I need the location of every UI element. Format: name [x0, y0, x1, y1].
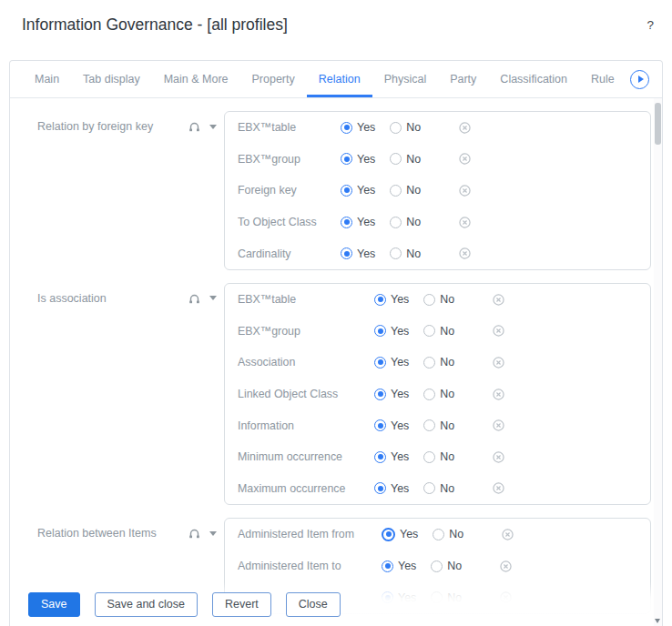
radio-no[interactable]	[423, 389, 435, 400]
clear-value-icon[interactable]	[459, 185, 471, 197]
radio-no[interactable]	[423, 294, 435, 306]
radio-yes[interactable]	[341, 153, 352, 165]
radio-yes[interactable]	[341, 247, 352, 259]
radio-no[interactable]	[423, 451, 435, 463]
radio-no[interactable]	[390, 185, 402, 197]
clear-value-icon[interactable]	[459, 217, 471, 228]
radio-option-no[interactable]: No	[433, 528, 463, 540]
radio-option-yes[interactable]: Yes	[374, 293, 409, 306]
radio-yes[interactable]	[374, 419, 386, 431]
scrollbar-thumb[interactable]	[655, 103, 661, 145]
radio-no-label: No	[449, 528, 463, 540]
radio-option-no[interactable]: No	[390, 184, 421, 197]
save-button[interactable]: Save	[28, 592, 80, 617]
clear-value-icon[interactable]	[502, 529, 514, 540]
radio-option-no[interactable]: No	[423, 325, 454, 338]
radio-no[interactable]	[390, 217, 402, 228]
scrollbar-down-arrow-icon[interactable]	[655, 619, 660, 623]
tab-rule[interactable]: Rule	[579, 61, 626, 97]
clear-value-icon[interactable]	[493, 357, 504, 369]
radio-yes[interactable]	[341, 122, 352, 134]
scrollbar[interactable]	[654, 98, 662, 626]
radio-option-yes[interactable]: Yes	[341, 153, 375, 166]
radio-option-yes[interactable]: Yes	[374, 388, 409, 400]
radio-option-no[interactable]: No	[423, 388, 454, 400]
radio-yes[interactable]	[382, 560, 393, 572]
form-section-is-association: Is associationEBX™tableYesNoEBX™groupYes…	[10, 283, 654, 505]
clear-value-icon[interactable]	[493, 294, 504, 306]
radio-option-no[interactable]: No	[423, 293, 454, 306]
clear-value-icon[interactable]	[459, 153, 471, 165]
radio-option-no[interactable]: No	[390, 153, 421, 166]
radio-yes[interactable]	[341, 185, 352, 197]
tab-main[interactable]: Main	[23, 61, 71, 97]
revert-button[interactable]: Revert	[212, 592, 271, 617]
section-label: Relation between Items	[37, 527, 188, 540]
radio-no-label: No	[406, 216, 421, 228]
radio-option-no[interactable]: No	[431, 560, 462, 572]
radio-yes[interactable]	[374, 451, 386, 463]
radio-yes[interactable]	[374, 325, 386, 337]
radio-no[interactable]	[431, 560, 443, 572]
radio-option-no[interactable]: No	[423, 450, 454, 463]
radio-yes[interactable]	[341, 217, 352, 228]
radio-no[interactable]	[390, 153, 402, 165]
save-and-close-button[interactable]: Save and close	[95, 592, 198, 617]
radio-yes-label: Yes	[357, 153, 375, 166]
tab-scroll-right-icon[interactable]	[630, 70, 649, 89]
radio-option-yes[interactable]: Yes	[374, 419, 409, 432]
tab-classification[interactable]: Classification	[488, 61, 579, 97]
tab-relation[interactable]: Relation	[307, 61, 372, 97]
section-header: Relation by foreign key	[37, 111, 224, 133]
radio-option-yes[interactable]: Yes	[382, 560, 416, 572]
tab-party[interactable]: Party	[438, 61, 488, 97]
radio-option-no[interactable]: No	[423, 356, 454, 369]
radio-yes[interactable]	[374, 294, 386, 306]
radio-no[interactable]	[390, 122, 402, 134]
clear-value-icon[interactable]	[459, 247, 471, 259]
radio-no[interactable]	[423, 482, 435, 494]
clear-value-icon[interactable]	[459, 122, 471, 134]
radio-option-yes[interactable]: Yes	[374, 450, 409, 463]
radio-option-yes[interactable]: Yes	[374, 356, 409, 369]
clear-value-icon[interactable]	[493, 389, 504, 400]
chevron-down-icon[interactable]	[209, 125, 217, 129]
radio-yes-label: Yes	[391, 450, 409, 463]
clear-value-icon[interactable]	[493, 419, 504, 431]
help-icon[interactable]: ?	[647, 18, 654, 32]
radio-option-yes[interactable]: Yes	[374, 482, 409, 495]
radio-option-yes[interactable]: Yes	[382, 528, 418, 541]
radio-option-no[interactable]: No	[423, 482, 454, 495]
radio-option-yes[interactable]: Yes	[341, 184, 375, 197]
radio-no[interactable]	[433, 529, 444, 540]
radio-yes[interactable]	[374, 389, 386, 400]
tab-physical[interactable]: Physical	[372, 61, 439, 97]
radio-option-no[interactable]: No	[390, 247, 421, 260]
radio-option-no[interactable]: No	[390, 121, 421, 134]
radio-no[interactable]	[423, 419, 435, 431]
radio-option-no[interactable]: No	[390, 216, 421, 228]
radio-yes[interactable]	[374, 357, 386, 369]
tab-tab-display[interactable]: Tab display	[71, 61, 152, 97]
close-button[interactable]: Close	[286, 592, 341, 617]
radio-option-yes[interactable]: Yes	[341, 121, 375, 134]
radio-yes-label: Yes	[391, 325, 409, 338]
tab-property[interactable]: Property	[240, 61, 307, 97]
radio-no[interactable]	[423, 325, 435, 337]
radio-yes[interactable]	[374, 482, 386, 494]
radio-yes[interactable]	[382, 528, 395, 541]
chevron-down-icon[interactable]	[209, 531, 217, 536]
clear-value-icon[interactable]	[493, 482, 504, 494]
chevron-down-icon[interactable]	[209, 296, 217, 300]
clear-value-icon[interactable]	[500, 560, 512, 572]
radio-option-yes[interactable]: Yes	[374, 325, 409, 338]
radio-option-no[interactable]: No	[423, 419, 454, 432]
radio-no[interactable]	[390, 247, 402, 259]
radio-no-label: No	[440, 325, 454, 338]
radio-option-yes[interactable]: Yes	[341, 247, 375, 260]
clear-value-icon[interactable]	[493, 325, 504, 337]
radio-no[interactable]	[423, 357, 435, 369]
radio-option-yes[interactable]: Yes	[341, 216, 375, 228]
clear-value-icon[interactable]	[493, 451, 504, 463]
tab-main-more[interactable]: Main & More	[152, 61, 240, 97]
